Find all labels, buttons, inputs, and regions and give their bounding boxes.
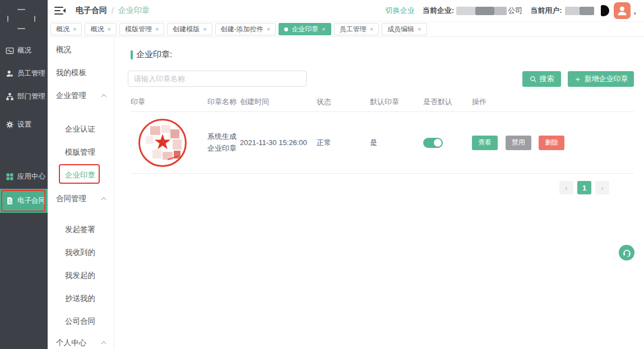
redacted-company-name bbox=[456, 7, 475, 15]
sidebar-item-label: 电子合同 bbox=[17, 196, 45, 206]
tab-close-icon[interactable]: × bbox=[203, 26, 206, 32]
app-logo bbox=[0, 0, 48, 39]
default-toggle-switch[interactable] bbox=[423, 138, 443, 148]
created-at-cell: 2021-11-30 15:26:00 bbox=[240, 138, 317, 147]
current-company-label: 当前企业: bbox=[423, 6, 454, 16]
app-grid-icon bbox=[6, 173, 14, 181]
tab-close-icon[interactable]: × bbox=[322, 26, 325, 32]
delete-button[interactable]: 删除 bbox=[539, 136, 564, 150]
seal-table: 印章 印章名称 创建时间 状态 默认印章 是否默认 操作 bbox=[131, 92, 634, 174]
menu-item-template-mgmt[interactable]: 模版管理 bbox=[48, 147, 114, 157]
tab-label: 概况 bbox=[56, 25, 70, 34]
avatar-dropdown-caret[interactable]: ▾ bbox=[633, 11, 636, 16]
breadcrumb-current: 企业印章 bbox=[118, 6, 150, 16]
tab-close-icon[interactable]: × bbox=[370, 26, 373, 32]
tab-member-edit[interactable]: 成员编辑 × bbox=[382, 23, 427, 35]
col-header-seal: 印章 bbox=[131, 97, 207, 107]
sidebar-item-label: 概况 bbox=[17, 46, 31, 55]
menu-item-initiate-sign[interactable]: 发起签署 bbox=[48, 225, 114, 235]
tab-template-mgmt[interactable]: 模版管理 × bbox=[119, 23, 164, 35]
menu-item-my-templates[interactable]: 我的模板 bbox=[48, 68, 114, 78]
breadcrumb-root[interactable]: 电子合同 bbox=[76, 6, 107, 16]
primary-sidebar: 概况 员工管理 部门管理 bbox=[0, 0, 48, 349]
sidebar-item-overview[interactable]: 概况 bbox=[0, 39, 48, 62]
collapse-menu-icon[interactable] bbox=[54, 6, 66, 15]
tab-label: 概况 bbox=[90, 25, 104, 34]
tab-create-template[interactable]: 创建模版 × bbox=[167, 23, 212, 35]
search-button[interactable]: 搜索 bbox=[522, 71, 561, 87]
logo-mark bbox=[17, 28, 25, 29]
menu-label: 公司合同 bbox=[65, 317, 95, 327]
sidebar-item-settings[interactable]: 设置 bbox=[0, 113, 48, 136]
sidebar-item-label: 部门管理 bbox=[17, 92, 45, 101]
sidebar-item-departments[interactable]: 部门管理 bbox=[0, 85, 48, 108]
disable-button[interactable]: 禁用 bbox=[506, 136, 531, 150]
tab-label: 成员编辑 bbox=[387, 25, 414, 34]
customer-service-button[interactable] bbox=[619, 245, 634, 260]
menu-group-enterprise-mgmt[interactable]: 企业管理 bbox=[48, 91, 114, 101]
company-name-suffix: 公司 bbox=[508, 6, 522, 16]
menu-item-received[interactable]: 我收到的 bbox=[48, 248, 114, 258]
chevron-up-icon bbox=[101, 197, 106, 202]
person-icon bbox=[616, 4, 628, 17]
chevron-up-icon bbox=[101, 94, 106, 99]
pagination-page-1[interactable]: 1 bbox=[577, 181, 591, 194]
menu-item-company-contracts[interactable]: 公司合同 bbox=[48, 317, 114, 327]
tab-close-icon[interactable]: × bbox=[418, 26, 421, 32]
menu-label: 企业印章 bbox=[65, 170, 95, 180]
sidebar-item-employees[interactable]: 员工管理 bbox=[0, 62, 48, 85]
title-accent-bar bbox=[131, 50, 133, 59]
pagination-prev-button[interactable]: ‹ bbox=[559, 181, 573, 194]
tab-close-icon[interactable]: × bbox=[155, 26, 159, 32]
pagination-next-button[interactable]: › bbox=[595, 181, 609, 194]
sidebar-item-app-center[interactable]: 应用中心 bbox=[0, 165, 48, 188]
view-button[interactable]: 查看 bbox=[472, 136, 498, 150]
tab-enterprise-seal[interactable]: 企业印章 × bbox=[279, 23, 331, 35]
search-icon bbox=[530, 76, 537, 83]
menu-group-contract-mgmt[interactable]: 合同管理 bbox=[48, 194, 114, 204]
redacted-user-name bbox=[580, 7, 594, 15]
headset-icon bbox=[622, 248, 632, 258]
menu-group-personal-center[interactable]: 个人中心 bbox=[48, 338, 114, 348]
menu-item-cc-me[interactable]: 抄送我的 bbox=[48, 294, 114, 304]
search-button-label: 搜索 bbox=[540, 74, 554, 84]
tab-create-add-control[interactable]: 创建-添加控件 × bbox=[215, 23, 276, 35]
menu-item-initiated[interactable]: 我发起的 bbox=[48, 271, 114, 281]
switch-company-link[interactable]: 切换企业 bbox=[386, 6, 415, 16]
breadcrumb: 电子合同 / 企业印章 bbox=[76, 6, 150, 16]
seal-name-cell: 系统生成企业印章 bbox=[207, 131, 239, 153]
tab-label: 创建模版 bbox=[173, 25, 200, 34]
menu-item-enterprise-auth[interactable]: 企业认证 bbox=[48, 124, 114, 134]
sidebar-item-e-contract[interactable]: 电子合同 bbox=[0, 189, 48, 213]
tab-close-icon[interactable]: × bbox=[107, 26, 110, 32]
add-enterprise-seal-button[interactable]: ＋ 新增企业印章 bbox=[568, 71, 634, 87]
table-row: ★ 系统生成企业印章 2021-11-30 15:26:00 正常 是 查看 禁… bbox=[131, 112, 634, 174]
user-avatar[interactable] bbox=[614, 2, 631, 19]
menu-label: 抄送我的 bbox=[65, 294, 95, 304]
redacted-seal-text bbox=[146, 136, 154, 144]
tab-overview-2[interactable]: 概况 × bbox=[85, 23, 116, 35]
table-header-row: 印章 印章名称 创建时间 状态 默认印章 是否默认 操作 bbox=[131, 92, 634, 112]
tab-overview-1[interactable]: 概况 × bbox=[50, 23, 82, 35]
tab-close-icon[interactable]: × bbox=[267, 26, 270, 32]
menu-label: 模版管理 bbox=[65, 147, 95, 157]
page-title-text: 企业印章: bbox=[136, 49, 172, 60]
menu-item-enterprise-seal[interactable]: 企业印章 bbox=[48, 170, 114, 180]
col-header-is-default: 是否默认 bbox=[423, 97, 472, 107]
col-header-created: 创建时间 bbox=[240, 97, 317, 107]
menu-label: 个人中心 bbox=[56, 338, 86, 348]
seal-name-search-input[interactable] bbox=[128, 71, 307, 87]
redacted-seal-text bbox=[173, 139, 182, 150]
breadcrumb-separator: / bbox=[112, 6, 114, 15]
redacted-company-name bbox=[475, 7, 494, 15]
overview-chart-icon bbox=[6, 46, 14, 55]
chevron-up-icon bbox=[101, 341, 106, 346]
page-title: 企业印章: bbox=[131, 49, 172, 60]
current-user-label: 当前用户: bbox=[530, 6, 562, 16]
tab-close-icon[interactable]: × bbox=[73, 26, 76, 32]
redacted-user-name bbox=[565, 7, 580, 15]
tab-employee-mgmt[interactable]: 员工管理 × bbox=[334, 23, 379, 35]
menu-item-overview[interactable]: 概况 bbox=[48, 45, 114, 55]
logo-mark bbox=[17, 9, 25, 10]
header-right: 切换企业 当前企业: 公司 当前用户: ▾ bbox=[386, 2, 636, 19]
